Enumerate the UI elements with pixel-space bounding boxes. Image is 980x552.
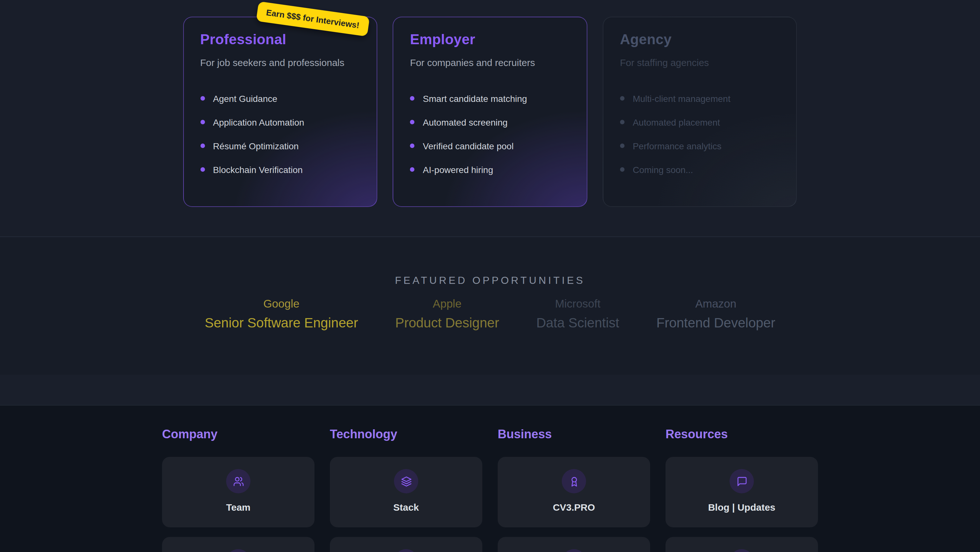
footer-link-card-blog[interactable]: Blog | Updates (665, 457, 818, 527)
footer-column-business: Business CV3.PRO (498, 428, 650, 552)
plan-description: For job seekers and professionals (200, 57, 360, 68)
plan-feature: Résumé Optimization (200, 134, 360, 158)
footer-heading: Company (162, 428, 315, 442)
bullet-dot-icon (200, 167, 205, 172)
plan-feature: Performance analytics (620, 134, 780, 158)
footer-heading: Business (498, 428, 650, 442)
plan-card-employer[interactable]: Employer For companies and recruiters Sm… (393, 17, 587, 207)
plan-feature: Coming soon... (620, 158, 780, 181)
layers-icon (394, 469, 418, 493)
plan-feature: Agent Guidance (200, 86, 360, 110)
job-title: Data Scientist (536, 315, 619, 330)
footer-link-card-partial[interactable] (665, 537, 818, 552)
featured-opportunities-section: FEATURED OPPORTUNITIES Google Senior Sof… (0, 237, 980, 375)
bullet-dot-icon (620, 96, 625, 101)
page: Earn $$$ for Interviews! Professional Fo… (0, 0, 980, 552)
footer-column-company: Company Team (162, 428, 315, 552)
award-icon (562, 469, 586, 493)
bullet-dot-icon (620, 120, 625, 124)
hidden-icon (226, 549, 250, 552)
footer-link-card-stack[interactable]: Stack (330, 457, 482, 527)
featured-job-google[interactable]: Google Senior Software Engineer (205, 297, 358, 330)
footer-link-card-partial[interactable] (498, 537, 650, 552)
bullet-dot-icon (620, 144, 625, 148)
footer-heading: Technology (330, 428, 482, 442)
footer-link-label: Stack (393, 502, 419, 512)
footer-link-card-partial[interactable] (330, 537, 482, 552)
job-company: Microsoft (536, 297, 619, 311)
plan-feature: Multi-client management (620, 86, 780, 110)
footer-grid: Company Team Technology Stack (162, 428, 818, 552)
job-title: Senior Software Engineer (205, 315, 358, 330)
footer-link-label: Team (226, 502, 250, 512)
plan-card-agency: Agency For staffing agencies Multi-clien… (603, 17, 797, 207)
bullet-dot-icon (410, 144, 414, 148)
plan-card-professional[interactable]: Earn $$$ for Interviews! Professional Fo… (183, 17, 377, 207)
plan-title: Employer (410, 31, 570, 48)
featured-job-microsoft[interactable]: Microsoft Data Scientist (536, 297, 619, 330)
featured-job-apple[interactable]: Apple Product Designer (395, 297, 499, 330)
hidden-icon (394, 549, 418, 552)
bullet-dot-icon (410, 120, 414, 124)
plan-feature-list: Agent Guidance Application Automation Ré… (200, 86, 360, 181)
bullet-dot-icon (410, 167, 414, 172)
bullet-dot-icon (200, 144, 205, 148)
message-square-icon (730, 469, 754, 493)
bullet-dot-icon (620, 167, 625, 172)
job-company: Amazon (657, 297, 775, 311)
job-company: Google (205, 297, 358, 311)
footer-heading: Resources (665, 428, 818, 442)
job-title: Frontend Developer (657, 315, 775, 330)
featured-jobs-row: Google Senior Software Engineer Apple Pr… (0, 297, 980, 330)
plan-title: Agency (620, 31, 780, 48)
plan-feature: AI-powered hiring (410, 158, 570, 181)
featured-job-amazon[interactable]: Amazon Frontend Developer (657, 297, 775, 330)
plan-description: For staffing agencies (620, 57, 780, 68)
plan-title: Professional (200, 31, 360, 48)
hidden-icon (562, 549, 586, 552)
footer-link-card-cv3pro[interactable]: CV3.PRO (498, 457, 650, 527)
bullet-dot-icon (200, 96, 205, 101)
job-company: Apple (395, 297, 499, 311)
plans-section: Earn $$$ for Interviews! Professional Fo… (0, 0, 980, 237)
featured-opportunities-heading: FEATURED OPPORTUNITIES (0, 275, 980, 286)
footer-link-card-team[interactable]: Team (162, 457, 315, 527)
job-title: Product Designer (395, 315, 499, 330)
footer-column-technology: Technology Stack (330, 428, 482, 552)
footer-link-label: Blog | Updates (708, 502, 775, 512)
plan-description: For companies and recruiters (410, 57, 570, 68)
plan-feature-list: Multi-client management Automated placem… (620, 86, 780, 181)
footer-link-label: CV3.PRO (553, 502, 595, 512)
plan-feature-list: Smart candidate matching Automated scree… (410, 86, 570, 181)
plan-feature: Application Automation (200, 110, 360, 134)
plan-feature: Smart candidate matching (410, 86, 570, 110)
footer: Company Team Technology Stack (0, 405, 980, 552)
hidden-icon (730, 549, 754, 552)
footer-link-card-partial[interactable] (162, 537, 315, 552)
spacer-band (0, 375, 980, 405)
plans-grid: Earn $$$ for Interviews! Professional Fo… (183, 17, 797, 207)
plan-feature: Automated screening (410, 110, 570, 134)
footer-column-resources: Resources Blog | Updates (665, 428, 818, 552)
plan-feature: Verified candidate pool (410, 134, 570, 158)
bullet-dot-icon (410, 96, 414, 101)
bullet-dot-icon (200, 120, 205, 124)
plan-feature: Automated placement (620, 110, 780, 134)
users-icon (226, 469, 250, 493)
plan-feature: Blockchain Verification (200, 158, 360, 181)
